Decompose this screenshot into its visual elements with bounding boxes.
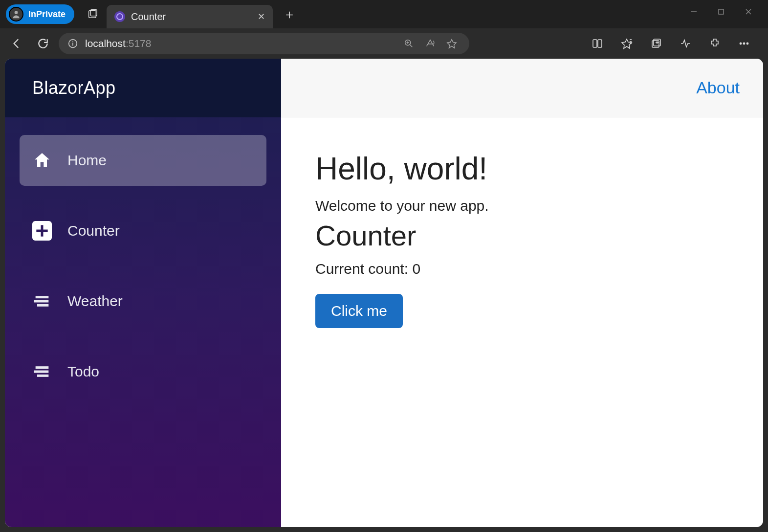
favorites-icon[interactable] <box>616 33 637 54</box>
nav-list: Home Counter Weather <box>5 117 281 415</box>
counter-heading: Counter <box>315 219 729 252</box>
top-row: About <box>281 59 763 117</box>
split-screen-icon[interactable] <box>587 33 608 54</box>
sidebar-item-label: Home <box>67 152 107 169</box>
svg-point-26 <box>740 43 741 44</box>
svg-line-11 <box>410 45 413 47</box>
maximize-button[interactable] <box>707 2 735 22</box>
sidebar-item-label: Todo <box>67 363 99 380</box>
minimize-button[interactable] <box>680 2 707 22</box>
sidebar-item-weather[interactable]: Weather <box>20 276 266 327</box>
blazor-favicon-icon <box>114 11 125 22</box>
collections-icon[interactable] <box>645 33 667 54</box>
tab-actions-button[interactable] <box>82 4 103 24</box>
read-aloud-icon[interactable] <box>421 35 439 52</box>
url-text: localhost:5178 <box>85 38 151 49</box>
url-port: :5178 <box>126 38 152 49</box>
sidebar-item-counter[interactable]: Counter <box>20 205 266 256</box>
sidebar: BlazorApp Home Counter <box>5 59 281 527</box>
app-brand[interactable]: BlazorApp <box>5 59 281 117</box>
menu-icon[interactable] <box>733 33 755 54</box>
sidebar-item-label: Counter <box>67 222 120 239</box>
inprivate-badge[interactable]: InPrivate <box>6 4 74 24</box>
hello-heading: Hello, world! <box>315 151 729 187</box>
page-content: Hello, world! Welcome to your new app. C… <box>281 117 763 348</box>
toolbar-right-icons <box>587 33 755 54</box>
welcome-text: Welcome to your new app. <box>315 198 729 214</box>
sidebar-item-todo[interactable]: Todo <box>20 346 266 397</box>
refresh-button[interactable] <box>32 33 54 54</box>
app-brand-label: BlazorApp <box>32 78 116 98</box>
new-tab-button[interactable]: ＋ <box>280 4 299 24</box>
home-icon <box>31 150 53 171</box>
titlebar: InPrivate Counter ✕ ＋ <box>0 0 768 28</box>
back-button[interactable] <box>6 33 27 54</box>
svg-point-9 <box>72 41 73 42</box>
current-count: Current count: 0 <box>315 261 729 277</box>
list-icon <box>31 290 53 312</box>
profile-avatar-icon <box>9 7 23 22</box>
browser-tab[interactable]: Counter ✕ <box>107 5 273 28</box>
svg-rect-1 <box>89 11 96 18</box>
svg-point-27 <box>743 43 745 44</box>
click-me-button[interactable]: Click me <box>315 294 403 328</box>
svg-rect-22 <box>652 41 659 47</box>
tab-title: Counter <box>131 11 252 22</box>
main-area: About Hello, world! Welcome to your new … <box>281 59 763 527</box>
sidebar-item-home[interactable]: Home <box>20 135 266 186</box>
browser-toolbar: localhost:5178 <box>0 28 768 59</box>
about-link[interactable]: About <box>696 78 740 97</box>
extensions-icon[interactable] <box>704 33 725 54</box>
favorite-star-icon[interactable] <box>443 35 461 52</box>
count-value: 0 <box>412 261 420 277</box>
count-label: Current count: <box>315 261 412 277</box>
close-window-button[interactable] <box>735 2 762 22</box>
site-info-icon[interactable] <box>67 38 78 49</box>
inprivate-label: InPrivate <box>28 9 66 20</box>
close-tab-icon[interactable]: ✕ <box>258 11 265 22</box>
performance-icon[interactable] <box>675 33 696 54</box>
url-host: localhost <box>85 38 126 49</box>
address-bar[interactable]: localhost:5178 <box>59 33 469 54</box>
svg-rect-4 <box>719 9 724 14</box>
svg-rect-17 <box>598 40 602 47</box>
svg-rect-16 <box>593 40 597 47</box>
svg-marker-15 <box>447 40 456 48</box>
page-viewport: BlazorApp Home Counter <box>5 59 763 527</box>
svg-point-0 <box>15 11 18 14</box>
zoom-icon[interactable] <box>400 35 417 52</box>
browser-window: InPrivate Counter ✕ ＋ localhost:5178 <box>0 0 768 532</box>
plus-icon <box>31 220 53 242</box>
list-icon <box>31 361 53 382</box>
sidebar-item-label: Weather <box>67 293 123 310</box>
svg-point-28 <box>746 43 748 44</box>
window-controls <box>680 0 764 22</box>
